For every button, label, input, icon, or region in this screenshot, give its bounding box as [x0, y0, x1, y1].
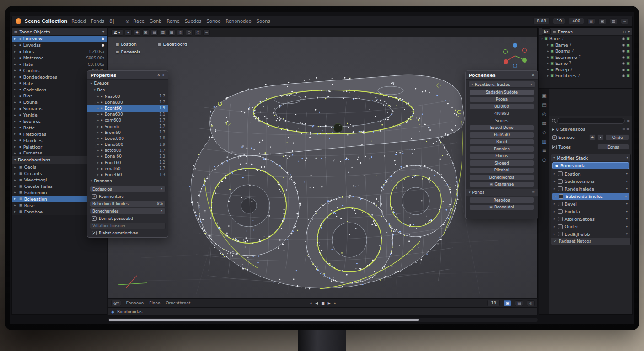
expand-caret-icon[interactable]: ▸ — [554, 232, 556, 236]
tool-button[interactable]: ▣ Sadadón Sudote — [469, 89, 534, 96]
expand-caret-icon[interactable]: ▸ — [554, 172, 556, 176]
small-button[interactable]: + — [589, 134, 596, 140]
expand-caret-icon[interactable]: ▸ — [97, 137, 99, 140]
tool-button[interactable]: ▣ Eseed Dono — [469, 125, 534, 131]
modifier-row[interactable]: ▸ Eoduta ▾ — [551, 208, 630, 216]
bone-row[interactable]: ▸ ▪ booe.800 1.8 — [87, 135, 168, 141]
display-mode-dropdown[interactable]: E▾ — [542, 28, 551, 35]
render-visibility-icon[interactable]: ▣ — [626, 61, 630, 65]
chevron-down-icon[interactable]: ▾ — [626, 187, 628, 191]
scene-object-row[interactable]: ▸ ▣ Bame 7 ◉ ▣ — [539, 42, 632, 48]
topbar-field[interactable]: 19 — [553, 18, 565, 24]
bone-row[interactable]: ▸ ▪ Bonet60 1.3 — [87, 171, 168, 177]
menu-icon[interactable]: ≡ — [627, 119, 630, 123]
preset-dropdown[interactable]: ▾ Rosetbord. Bustos ▾ — [468, 81, 535, 88]
viewport-tool-button[interactable]: ◇ — [194, 29, 201, 36]
viewport-tool-button[interactable]: ▤ — [151, 29, 158, 36]
modifier-row[interactable]: ▸ Sudinovisions ▾ — [551, 178, 630, 186]
search-input[interactable] — [557, 118, 625, 124]
app-logo-icon[interactable] — [16, 18, 21, 24]
viewport-tool-button[interactable]: ▦ — [168, 29, 175, 36]
horizontal-scrollbar[interactable] — [108, 318, 538, 322]
expand-caret-icon[interactable]: ▸ — [554, 187, 556, 191]
visibility-eye-icon[interactable]: ◉ — [622, 68, 625, 72]
expand-caret-icon[interactable]: ▸ — [554, 180, 556, 183]
tool-button[interactable]: ▣ Grananae — [469, 181, 534, 188]
topbar-menu-item[interactable]: Soons — [256, 19, 271, 24]
expand-caret-icon[interactable]: ▸ — [97, 149, 99, 152]
render-visibility-icon[interactable]: ▣ — [626, 74, 630, 78]
scene-outliner-header[interactable]: E▾ ▦ Eamos ○ ▾ — [539, 28, 632, 36]
properties-tab-icon[interactable]: ○ — [542, 157, 547, 162]
topbar-menu-item[interactable]: Gonb — [149, 19, 163, 24]
bone-row[interactable]: ▸ ▪ Soomb 1.7 — [87, 123, 168, 129]
viewport-tool-button[interactable]: ○ — [186, 29, 193, 36]
expand-caret-icon[interactable]: ▸ — [547, 55, 549, 59]
frame-field[interactable]: 18 — [487, 300, 499, 306]
visibility-eye-icon[interactable]: ◉ — [622, 37, 625, 41]
viewport-tool-button[interactable]: ▣ — [142, 29, 149, 36]
chevron-down-icon[interactable]: ▾ — [626, 172, 628, 176]
render-visibility-icon[interactable]: ▣ — [626, 68, 630, 72]
properties-tab-icon[interactable]: ◎ — [542, 112, 547, 117]
modifier-checkbox[interactable] — [558, 202, 563, 206]
modifier-checkbox[interactable] — [558, 232, 563, 236]
chevron-down-icon[interactable]: ▾ — [626, 232, 628, 236]
expand-caret-icon[interactable]: ▸ — [14, 165, 17, 169]
chevron-down-icon[interactable]: ▾ — [626, 210, 628, 213]
topbar-menu-item[interactable]: Rome — [166, 19, 181, 24]
timeline-menu-item[interactable]: Flaoo — [148, 301, 161, 305]
checkbox[interactable] — [552, 135, 557, 140]
scene-object-row[interactable]: ▸ ▣ Eamo 7 ◉ ▣ — [539, 60, 632, 67]
expand-caret-icon[interactable]: ▸ — [547, 49, 549, 53]
expand-caret-icon[interactable]: ▸ — [14, 94, 17, 98]
editor-dropdown[interactable]: ◎▾ — [111, 300, 121, 306]
expand-caret-icon[interactable]: ▸ — [14, 203, 17, 207]
bone-row[interactable]: ▸ ▪ Bone 60 1.3 — [87, 154, 168, 160]
bone-row[interactable]: ▸ ▪ Bcont60 1.9 — [87, 105, 168, 111]
outliner-row[interactable]: ▸ ▪ Materoae S00S.00s — [12, 55, 107, 61]
topbar-menu-item[interactable]: 8] — [108, 19, 115, 24]
visibility-eye-icon[interactable]: ◉ — [622, 74, 625, 78]
stats-row[interactable]: ▸ 8 Stevensoos ▥ ▤ — [549, 125, 632, 133]
section-bos[interactable]: ▾ Bos — [87, 86, 168, 93]
clock-icon[interactable]: ◎ — [527, 300, 535, 306]
modifier-row[interactable]: ▸ Eostion ▾ — [551, 170, 630, 178]
expand-caret-icon[interactable]: ▸ — [97, 125, 99, 128]
tool-button[interactable]: ▣ 8EI0I00 — [469, 103, 534, 110]
expand-caret-icon[interactable]: ▸ — [14, 63, 17, 66]
chevron-down-icon[interactable]: ▾ — [626, 202, 628, 206]
scrollbar-thumb[interactable] — [109, 319, 419, 321]
tools-panel-header[interactable]: Pochendea ✕ — [466, 71, 538, 80]
modifier-checkbox[interactable] — [558, 217, 563, 221]
modifier-row[interactable]: ▸ EodlkJhelob ▾ — [551, 230, 630, 238]
expand-caret-icon[interactable]: ▸ — [552, 127, 554, 132]
tool-button[interactable]: ▣ Flooos — [469, 153, 534, 160]
viewport-breadcrumb-3[interactable]: ▦ Reoesols — [116, 49, 140, 54]
outliner-row[interactable]: ▸ ▪ Lineview ● — [12, 36, 107, 42]
expand-caret-icon[interactable]: ▸ — [14, 191, 17, 194]
modifier-row[interactable]: ▸ Bevel ▾ — [551, 200, 630, 208]
topbar-field[interactable]: 8.88 — [533, 18, 550, 24]
expand-caret-icon[interactable]: ▸ — [14, 37, 17, 41]
expand-caret-icon[interactable]: ▸ — [14, 50, 17, 53]
viewport-tool-button[interactable]: ◆ — [134, 29, 140, 36]
expand-caret-icon[interactable]: ▸ — [14, 178, 17, 182]
properties-panel-header[interactable]: Properties ✕ » — [87, 71, 168, 80]
chevron-down-icon[interactable]: ▾ — [626, 225, 628, 229]
modifier-checkbox[interactable] — [558, 209, 563, 214]
checkbox[interactable] — [92, 216, 97, 221]
scene-object-row[interactable]: ▸ ▣ Eoamomo 7 ◉ ▣ — [539, 54, 632, 61]
expand-caret-icon[interactable]: ▸ — [14, 43, 17, 47]
scene-object-row[interactable]: ▸ ▣ Booe 7 ◉ ▣ — [539, 36, 632, 42]
properties-tab-icon[interactable]: ≡ — [542, 148, 546, 153]
section-eveuos[interactable]: ▸ Eveuos — [87, 80, 168, 86]
modifier-checkbox[interactable] — [558, 179, 563, 184]
section-ponos[interactable]: ▾ Ponos ≡ — [466, 189, 538, 196]
bone-row[interactable]: ▸ ▪ Boort60 1.2 — [87, 160, 168, 165]
viewport-tool-button[interactable]: ◎ — [177, 29, 184, 36]
render-visibility-icon[interactable]: ▣ — [626, 49, 630, 53]
expand-caret-icon[interactable]: ▸ — [14, 81, 17, 85]
expand-caret-icon[interactable]: ▸ — [547, 62, 549, 65]
chevron-down-icon[interactable]: ▾ — [626, 180, 628, 183]
